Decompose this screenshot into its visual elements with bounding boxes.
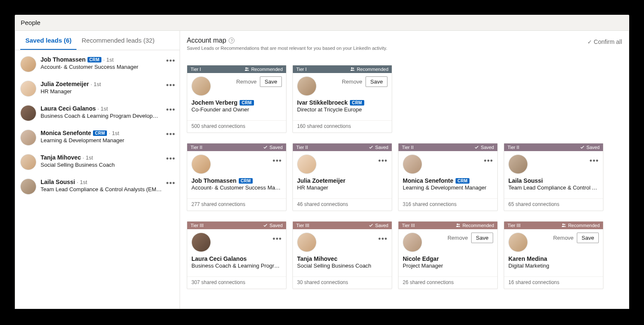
info-icon[interactable]: ?	[229, 38, 235, 43]
save-button[interactable]: Save	[471, 233, 493, 243]
remove-button[interactable]: Remove	[236, 79, 257, 85]
card-title: HR Manager	[297, 184, 387, 191]
save-button[interactable]: Save	[366, 76, 387, 87]
card-header: Tier II Saved	[187, 144, 286, 151]
more-icon[interactable]: •••	[378, 154, 387, 167]
card-name[interactable]: Laura Ceci Galanos	[191, 255, 247, 262]
card-name[interactable]: Tanja Mihovec	[297, 255, 337, 262]
lead-item[interactable]: Laura Ceci Galanos · 1st Business Coach …	[15, 101, 180, 125]
lead-list: Job Thomassen CRM · 1st Account- & Custo…	[15, 50, 180, 199]
connection-degree: · 1st	[103, 57, 114, 63]
account-card: Tier II Saved ••• Laila Soussi Team Lead…	[504, 143, 603, 211]
avatar	[20, 130, 36, 146]
connection-degree: · 1st	[77, 179, 87, 185]
lead-body: Job Thomassen CRM · 1st Account- & Custo…	[41, 56, 175, 70]
card-title: Account- & Customer Success Manager	[191, 184, 282, 191]
saved-indicator: Saved	[368, 145, 388, 150]
avatar[interactable]	[297, 76, 317, 96]
lead-body: Laila Soussi · 1st Team Lead Compliance …	[41, 179, 175, 192]
crm-badge: CRM	[240, 100, 254, 106]
card-name[interactable]: Laila Soussi	[508, 177, 543, 184]
avatar	[20, 179, 36, 195]
saved-indicator: Saved	[368, 223, 388, 228]
avatar[interactable]	[508, 233, 528, 252]
shared-connections: 277 shared connections	[187, 198, 286, 211]
card-header: Tier III Recommended	[504, 222, 603, 229]
avatar[interactable]	[191, 233, 211, 252]
avatar[interactable]	[403, 233, 422, 252]
card-name[interactable]: Job Thomassen	[191, 177, 237, 184]
lead-item[interactable]: Job Thomassen CRM · 1st Account- & Custo…	[15, 52, 180, 76]
card-header: Tier I Recommended	[187, 65, 286, 73]
card-title: Business Coach & Learning Program Dev...	[191, 263, 282, 269]
tab-recommended-leads[interactable]: Recommended leads (32)	[76, 31, 160, 50]
avatar	[20, 105, 36, 121]
more-icon[interactable]: •••	[166, 57, 175, 65]
avatar[interactable]	[297, 233, 317, 252]
recommended-indicator: Recommended	[456, 223, 494, 228]
lead-name: Monica Senefonte	[41, 130, 91, 136]
save-button[interactable]: Save	[577, 233, 599, 243]
more-icon[interactable]: •••	[378, 233, 387, 245]
card-name[interactable]: Julia Zoetemeijer	[297, 177, 345, 184]
tier-label: Tier III	[508, 223, 521, 228]
card-header: Tier II Saved	[293, 144, 392, 151]
card-title: Digital Marketing	[508, 263, 599, 269]
more-icon[interactable]: •••	[484, 154, 493, 167]
recommended-indicator: Recommended	[561, 223, 600, 228]
account-card: Tier III Recommended Remove Save Karen M…	[504, 221, 603, 289]
avatar[interactable]	[508, 154, 528, 174]
more-icon[interactable]: •••	[273, 154, 282, 167]
more-icon[interactable]: •••	[589, 154, 599, 167]
more-icon[interactable]: •••	[166, 106, 175, 114]
avatar[interactable]	[403, 154, 422, 174]
map-subtitle: Saved Leads or Recommendations that are …	[187, 46, 387, 51]
crm-badge: CRM	[239, 178, 253, 184]
remove-button[interactable]: Remove	[342, 79, 362, 85]
check-icon: ✓	[587, 39, 592, 45]
card-name[interactable]: Monica Senefonte	[403, 177, 453, 184]
card-title: Learning & Development Manager	[403, 184, 493, 191]
saved-indicator: Saved	[263, 145, 283, 150]
card-header: Tier I Recommended	[293, 65, 392, 73]
connection-degree: · 1st	[90, 81, 101, 87]
shared-connections: 46 shared connections	[293, 198, 392, 211]
tab-saved-leads[interactable]: Saved leads (6)	[20, 31, 76, 50]
more-icon[interactable]: •••	[166, 130, 175, 138]
tier-label: Tier III	[402, 223, 415, 228]
card-name[interactable]: Jochem Verberg	[191, 99, 237, 106]
shared-connections: 307 shared connections	[187, 276, 286, 289]
avatar[interactable]	[191, 76, 211, 96]
remove-button[interactable]: Remove	[553, 235, 573, 241]
more-icon[interactable]: •••	[166, 81, 175, 89]
card-name[interactable]: Ivar Stikkelbroeck	[297, 99, 348, 106]
more-icon[interactable]: •••	[273, 233, 282, 245]
avatar[interactable]	[297, 154, 317, 174]
card-header: Tier III Saved	[187, 222, 286, 229]
lead-item[interactable]: Julia Zoetemeijer · 1st HR Manager •••	[15, 76, 180, 101]
more-icon[interactable]: •••	[166, 179, 175, 187]
shared-connections: 500 shared connections	[187, 120, 286, 133]
card-name[interactable]: Nicole Edgar	[403, 255, 439, 262]
tabs: Saved leads (6) Recommended leads (32)	[15, 31, 180, 50]
confirm-all-button[interactable]: ✓ Confirm all	[587, 37, 622, 45]
account-card: Tier I Recommended Remove Save Jochem Ve…	[187, 65, 287, 133]
more-icon[interactable]: •••	[166, 155, 175, 162]
remove-button[interactable]: Remove	[448, 235, 468, 241]
confirm-all-label: Confirm all	[594, 38, 622, 45]
lead-title: Account- & Customer Success Manager	[41, 64, 163, 70]
crm-badge: CRM	[87, 57, 102, 62]
tier2-row: Tier II Saved ••• Job Thomassen CRM Acco…	[187, 143, 622, 211]
card-name[interactable]: Karen Medina	[508, 255, 547, 262]
save-button[interactable]: Save	[260, 76, 282, 87]
lead-item[interactable]: Monica Senefonte CRM · 1st Learning & De…	[15, 125, 180, 150]
lead-body: Laura Ceci Galanos · 1st Business Coach …	[41, 105, 175, 119]
account-card: Tier III Recommended Remove Save Nicole …	[398, 221, 498, 289]
avatar[interactable]	[191, 154, 211, 174]
lead-item[interactable]: Tanja Mihovec · 1st Social Selling Busin…	[15, 150, 180, 174]
tier-label: Tier III	[296, 223, 309, 228]
shared-connections: 160 shared connections	[293, 120, 392, 133]
panel-title: People	[15, 15, 629, 30]
lead-item[interactable]: Laila Soussi · 1st Team Lead Compliance …	[15, 174, 180, 199]
card-header: Tier III Recommended	[398, 222, 497, 229]
